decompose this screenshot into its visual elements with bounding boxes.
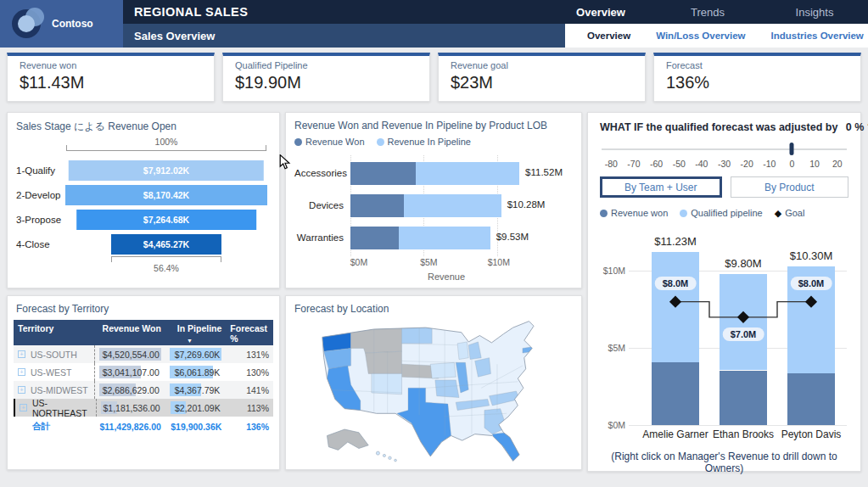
territory-cell: +US-SOUTH (14, 345, 94, 363)
slider-tick--50: -50 (668, 159, 691, 169)
funnel-bar-value: $7,264.68K (143, 215, 189, 225)
column-header-revenue-won[interactable]: Revenue Won (94, 320, 165, 345)
legend-item-revenue-won: Revenue won (600, 208, 668, 218)
goal-diamond[interactable] (669, 296, 681, 308)
expand-icon[interactable]: + (20, 404, 27, 411)
column-header-forecast-[interactable]: Forecast % (226, 320, 273, 345)
expand-icon[interactable]: + (18, 368, 25, 376)
territory-table: TerritoryRevenue WonIn PipelineForecast … (14, 320, 273, 437)
kpi-card-forecast: Forecast136% (653, 53, 861, 102)
column-header-in-pipeline[interactable]: In Pipeline (165, 320, 227, 345)
territory-name: US-WEST (31, 367, 71, 378)
manager-name-label: Ethan Brooks (713, 428, 774, 440)
whatif-slider[interactable] (600, 142, 848, 157)
goal-diamond[interactable] (805, 296, 817, 308)
manager-name-label: Peyton Davis (781, 428, 842, 440)
lob-legend: Revenue WonRevenue In Pipeline (286, 133, 581, 147)
state-hi[interactable] (389, 456, 392, 460)
table-row-us-south[interactable]: +US-SOUTH$4,520,554.00$7,269.60K131% (14, 345, 273, 363)
funnel-bar-2-develop[interactable]: $8,170.42K (65, 185, 267, 205)
state-wy[interactable] (365, 351, 401, 373)
us-map-svg (294, 316, 574, 467)
state-mo[interactable] (435, 380, 459, 398)
lob-category-label: Devices (294, 200, 350, 210)
lob-total-label: $10.28M (507, 199, 546, 210)
state-nd[interactable] (402, 326, 433, 344)
state-hi[interactable] (395, 459, 397, 462)
brand-name: Contoso (52, 18, 93, 30)
slider-tick--20: -20 (736, 159, 759, 169)
state-hi[interactable] (383, 454, 385, 456)
total-revenue-won: $11,429,826.00 (94, 417, 165, 437)
state-wi[interactable] (457, 342, 468, 360)
legend-item-revenue-in-pipeline: Revenue In Pipeline (377, 137, 471, 147)
slider-tick--40: -40 (691, 159, 714, 169)
lob-won-segment[interactable] (350, 227, 399, 249)
lob-pipeline-segment[interactable] (404, 194, 501, 217)
subtab-win-loss-overview[interactable]: Win/Loss Overview (656, 31, 745, 41)
lob-chart: Accessories$11.52MDevices$10.28MWarranti… (294, 157, 534, 254)
goal-diamond[interactable] (737, 311, 749, 323)
tab-overview[interactable]: Overview (547, 0, 654, 24)
total-label-cell: 合計 (14, 417, 94, 437)
button-by-team-user[interactable]: By Team + User (600, 176, 722, 198)
lob-won-segment[interactable] (350, 162, 416, 185)
table-row-us-northeast[interactable]: +US-NORTHEAST$1,181,536.00$2,201.09K113% (14, 399, 273, 417)
slider-handle[interactable] (790, 143, 794, 155)
tab-insights[interactable]: Insights (761, 0, 868, 24)
state-ia[interactable] (430, 362, 456, 378)
lob-category-label: Warranties (294, 232, 350, 243)
table-row-us-midwest[interactable]: +US-MIDWEST$2,686,629.00$4,367.79K141% (14, 381, 273, 399)
territory-cell: +US-MIDWEST (14, 381, 94, 399)
manager-legend: Revenue wonQualified pipeline◆Goal (600, 208, 848, 218)
map-card: Forecast by Location (285, 295, 582, 470)
funnel-top-bracket: 100% (65, 139, 267, 158)
state-hi[interactable] (376, 451, 379, 455)
state-co[interactable] (372, 373, 402, 394)
us-map (286, 316, 581, 467)
slider-tick--30: -30 (713, 159, 736, 169)
territory-name: US-SOUTH (31, 350, 77, 360)
funnel-card: Sales Stage による Revenue Open 100%1-Quali… (7, 112, 280, 288)
button-by-product[interactable]: By Product (731, 176, 849, 198)
legend-label: Revenue won (611, 208, 668, 218)
funnel-bar-3-propose[interactable]: $7,264.68K (76, 210, 256, 230)
lob-title: Revenue Won and Revenue In Pipeline by P… (286, 113, 581, 133)
in-pipeline-cell: $2,201.09K (166, 399, 227, 417)
revenue-won-value: $2,686,629.00 (103, 385, 160, 395)
funnel-bar-1-qualify[interactable]: $7,912.02K (69, 160, 264, 181)
revenue-won-cell: $4,520,554.00 (94, 345, 165, 363)
funnel-bottom-label: 56.4% (65, 263, 267, 273)
lob-pipeline-segment[interactable] (399, 227, 490, 249)
slider-tick-0: 0 (781, 159, 804, 169)
lob-won-segment[interactable] (350, 194, 404, 217)
expand-icon[interactable]: + (18, 386, 25, 394)
column-header-territory[interactable]: Territory (14, 320, 94, 345)
kpi-label: Revenue won (20, 60, 214, 70)
kpi-card-qualified-pipeline: Qualified Pipeline$19.90M (222, 53, 430, 102)
slider-track[interactable] (602, 148, 847, 150)
x-tick-label: $0M (350, 257, 367, 267)
kpi-label: Forecast (666, 60, 860, 70)
expand-icon[interactable]: + (18, 350, 25, 358)
lob-pipeline-segment[interactable] (416, 162, 519, 185)
hawaii-islands (376, 451, 396, 462)
kpi-value: $23M (451, 73, 645, 92)
slider-tick-20: 20 (826, 159, 848, 169)
table-row-us-west[interactable]: +US-WEST$3,041,107.00$6,061.89K130% (14, 363, 273, 381)
sub-tabs: OverviewWin/Loss OverviewIndustries Over… (565, 24, 868, 48)
table-total-row: 合計$11,429,826.00$19,900.36K136% (14, 417, 273, 437)
funnel-bottom-axis: 56.4% (16, 256, 267, 269)
in-pipeline-value: $6,061.89K (175, 367, 221, 378)
subtab-overview[interactable]: Overview (587, 31, 630, 41)
title-bar: REGIONAL SALES OverviewTrendsInsights (123, 0, 868, 24)
funnel-bar-4-close[interactable]: $4,465.27K (111, 234, 221, 255)
tab-trends[interactable]: Trends (654, 0, 761, 24)
subtab-industries-overview[interactable]: Industries Overview (771, 31, 864, 41)
state-ak[interactable] (327, 429, 368, 450)
manager-plot: $0M$5M$10M$11.23M$9.80M$10.30M$8.0M$7.0M… (629, 240, 847, 425)
page-title: Sales Overview (123, 24, 565, 48)
slider-tick-10: 10 (804, 159, 826, 169)
revenue-won-value: $3,041,107.00 (103, 367, 160, 378)
state-wa[interactable] (321, 326, 351, 351)
